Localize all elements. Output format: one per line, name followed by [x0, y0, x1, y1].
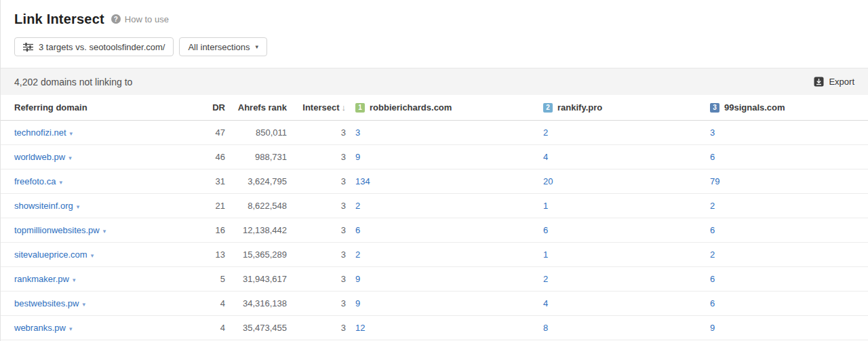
referring-domain-link[interactable]: showsiteinf.org [14, 201, 73, 211]
target3-backlink-count-link[interactable]: 3 [710, 127, 715, 138]
target2-backlink-count-link[interactable]: 4 [543, 298, 548, 308]
dr-value: 5 [201, 274, 225, 284]
target2-backlink-count-link[interactable]: 20 [543, 176, 553, 186]
target1-backlink-count-link[interactable]: 9 [355, 152, 360, 162]
target2-backlink-count-link[interactable]: 1 [543, 201, 548, 211]
table-row: sitevalueprice.com▾ 13 15,365,289 3 2 1 … [1, 243, 868, 267]
intersections-dropdown-label: All intersections [188, 42, 250, 52]
intersect-value: 3 [287, 201, 346, 211]
target-1-domain-label: robbierichards.com [370, 102, 452, 113]
target3-backlink-count-link[interactable]: 6 [710, 298, 715, 308]
intersect-value: 3 [287, 225, 346, 235]
intersect-value: 3 [287, 127, 346, 138]
intersect-value: 3 [287, 298, 346, 308]
referring-domain-link[interactable]: webranks.pw [14, 323, 66, 333]
target1-backlink-count-link[interactable]: 9 [355, 298, 360, 308]
link-intersect-table: Referring domain DR Ahrefs rank Intersec… [1, 95, 868, 340]
export-button[interactable]: Export [814, 77, 854, 87]
target1-backlink-count-link[interactable]: 12 [355, 323, 365, 333]
table-row: topmillionwebsites.pw▾ 16 12,138,442 3 6… [1, 218, 868, 243]
column-header-intersect[interactable]: Intersect ↓ [287, 102, 346, 113]
target1-backlink-count-link[interactable]: 3 [355, 127, 360, 138]
target2-backlink-count-link[interactable]: 2 [543, 127, 548, 138]
target2-backlink-count-link[interactable]: 8 [543, 323, 548, 333]
ahrefs-rank-value: 35,473,455 [225, 323, 287, 333]
chevron-down-icon[interactable]: ▾ [59, 179, 62, 186]
column-header-target-2[interactable]: 2 rankify.pro [543, 102, 710, 113]
how-to-use-label: How to use [125, 14, 169, 24]
target3-backlink-count-link[interactable]: 2 [710, 201, 715, 211]
target1-backlink-count-link[interactable]: 2 [355, 201, 360, 211]
ahrefs-rank-value: 8,622,548 [225, 201, 287, 211]
referring-domain-link[interactable]: bestwebsites.pw [14, 298, 79, 308]
target-1-badge: 1 [355, 103, 365, 113]
intersections-dropdown[interactable]: All intersections ▾ [179, 37, 267, 56]
intersect-value: 3 [287, 323, 346, 333]
target3-backlink-count-link[interactable]: 9 [710, 323, 715, 333]
target3-backlink-count-link[interactable]: 2 [710, 249, 715, 260]
chevron-down-icon[interactable]: ▾ [73, 277, 76, 283]
toolbar: 3 targets vs. seotoolsfinder.com/ All in… [14, 37, 854, 56]
chevron-down-icon[interactable]: ▾ [68, 155, 72, 161]
referring-domain-link[interactable]: freefoto.ca [14, 176, 56, 186]
target-2-badge: 2 [543, 103, 553, 113]
column-header-dr[interactable]: DR [201, 102, 225, 113]
table-row: rankmaker.pw▾ 5 31,943,617 3 9 2 6 [1, 267, 868, 292]
target2-backlink-count-link[interactable]: 4 [543, 152, 548, 162]
referring-domain-link[interactable]: rankmaker.pw [14, 274, 69, 284]
table-row: bestwebsites.pw▾ 4 34,316,138 3 9 4 6 [1, 292, 868, 316]
page-title: Link Intersect [14, 12, 104, 27]
intersect-value: 3 [287, 274, 346, 284]
target3-backlink-count-link[interactable]: 6 [710, 152, 715, 162]
column-header-target-1[interactable]: 1 robbierichards.com [346, 102, 543, 113]
referring-domain-link[interactable]: technofizi.net [14, 127, 66, 138]
target3-backlink-count-link[interactable]: 6 [710, 225, 715, 235]
target1-backlink-count-link[interactable]: 6 [355, 225, 360, 235]
intersect-value: 3 [287, 249, 346, 260]
target1-backlink-count-link[interactable]: 9 [355, 274, 360, 284]
table-row: worldweb.pw▾ 46 988,731 3 9 4 6 [1, 145, 868, 169]
ahrefs-rank-value: 34,316,138 [225, 298, 287, 308]
target1-backlink-count-link[interactable]: 134 [355, 176, 370, 186]
ahrefs-rank-value: 12,138,442 [225, 225, 287, 235]
target1-backlink-count-link[interactable]: 2 [355, 249, 360, 260]
referring-domain-link[interactable]: worldweb.pw [14, 152, 65, 162]
chevron-down-icon[interactable]: ▾ [70, 130, 73, 137]
page-header: Link Intersect ? How to use 3 targets vs… [1, 0, 868, 56]
target2-backlink-count-link[interactable]: 6 [543, 225, 548, 235]
chevron-down-icon[interactable]: ▾ [103, 228, 106, 235]
dr-value: 46 [201, 152, 225, 162]
chevron-down-icon[interactable]: ▾ [69, 325, 73, 332]
export-icon [814, 77, 824, 87]
chevron-down-icon[interactable]: ▾ [91, 252, 94, 259]
targets-button-label: 3 targets vs. seotoolsfinder.com/ [39, 42, 165, 52]
column-header-ahrefs-rank[interactable]: Ahrefs rank [225, 102, 287, 113]
export-label: Export [829, 77, 854, 87]
table-row: technofizi.net▾ 47 850,011 3 3 2 3 [1, 121, 868, 145]
referring-domain-link[interactable]: sitevalueprice.com [14, 249, 87, 260]
chevron-down-icon[interactable]: ▾ [77, 203, 80, 210]
table-header-row: Referring domain DR Ahrefs rank Intersec… [1, 95, 868, 121]
referring-domain-link[interactable]: topmillionwebsites.pw [14, 225, 100, 235]
ahrefs-rank-value: 850,011 [225, 127, 287, 138]
intersect-value: 3 [287, 152, 346, 162]
dr-value: 4 [201, 298, 225, 308]
dr-value: 31 [201, 176, 225, 186]
target-2-domain-label: rankify.pro [557, 102, 602, 113]
how-to-use-link[interactable]: ? How to use [111, 14, 169, 24]
table-body: technofizi.net▾ 47 850,011 3 3 2 3 world… [1, 121, 868, 340]
targets-settings-button[interactable]: 3 targets vs. seotoolsfinder.com/ [14, 37, 174, 56]
ahrefs-rank-value: 3,624,795 [225, 176, 287, 186]
dr-value: 4 [201, 323, 225, 333]
target2-backlink-count-link[interactable]: 1 [543, 249, 548, 260]
target3-backlink-count-link[interactable]: 6 [710, 274, 715, 284]
target3-backlink-count-link[interactable]: 79 [710, 176, 719, 186]
column-header-referring-domain[interactable]: Referring domain [14, 102, 201, 113]
ahrefs-rank-value: 31,943,617 [225, 274, 287, 284]
column-header-target-3[interactable]: 3 99signals.com [710, 102, 854, 113]
target2-backlink-count-link[interactable]: 2 [543, 274, 548, 284]
chevron-down-icon[interactable]: ▾ [82, 301, 85, 308]
chevron-down-icon: ▾ [255, 43, 258, 50]
dr-value: 16 [201, 225, 225, 235]
question-icon: ? [111, 14, 121, 24]
